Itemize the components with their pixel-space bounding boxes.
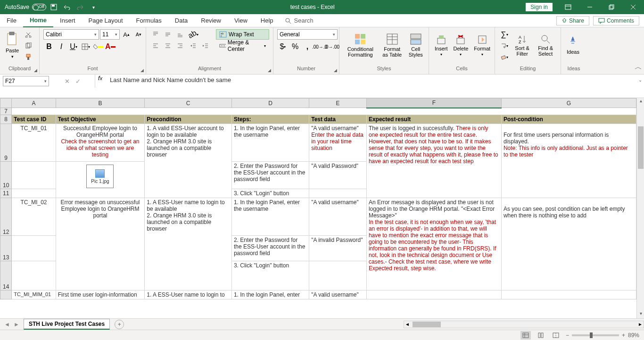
cell-c8[interactable]: Precondition — [145, 115, 232, 124]
cell-c15[interactable]: 1. A ESS-User name to login to — [145, 290, 232, 299]
row-header-13[interactable]: 13 — [0, 236, 12, 261]
hscroll-thumb[interactable] — [413, 322, 441, 327]
number-format-combo[interactable]: General▾ — [277, 29, 338, 40]
zoom-out-button[interactable]: − — [566, 332, 569, 339]
increase-decimal-button[interactable]: .00→.0 — [314, 41, 325, 52]
zoom-in-button[interactable]: + — [622, 332, 625, 339]
merge-center-button[interactable]: Merge & Center▾ — [216, 41, 269, 51]
format-cells-button[interactable]: Format▾ — [472, 29, 492, 61]
align-top-button[interactable] — [150, 29, 161, 40]
comments-button[interactable]: Comments — [593, 16, 639, 25]
tell-me-search[interactable]: Search — [285, 17, 314, 24]
tab-formulas[interactable]: Formulas — [130, 14, 168, 27]
format-painter-button[interactable] — [23, 52, 34, 62]
format-as-table-button[interactable]: Format as Table — [380, 29, 405, 61]
font-launcher[interactable]: ◢ — [140, 68, 144, 73]
enter-formula-icon[interactable]: ✓ — [75, 78, 81, 85]
clear-button[interactable]: ▾ — [499, 52, 510, 62]
tab-home[interactable]: Home — [23, 14, 53, 27]
name-box[interactable]: F27▾ — [3, 76, 49, 86]
cut-button[interactable] — [23, 29, 34, 40]
tab-help[interactable]: Help — [254, 14, 280, 27]
cell-a8[interactable]: Test case ID — [12, 115, 56, 124]
cell-d10[interactable]: 2. Enter the Password for the ESS-User a… — [231, 162, 309, 189]
borders-button[interactable]: ▾ — [80, 41, 91, 52]
scroll-down-icon[interactable]: ▾ — [637, 311, 644, 318]
cell-d8[interactable]: Steps: — [231, 115, 309, 124]
cell-a9[interactable]: TC_MI_01 — [12, 124, 56, 162]
ideas-button[interactable]: Ideas — [565, 29, 581, 61]
cell-g12[interactable]: As you can see, post condition can be le… — [501, 198, 636, 290]
cell-e10[interactable]: "A valid Password" — [309, 162, 367, 189]
find-select-button[interactable]: Find & Select — [534, 29, 557, 61]
cell-f15[interactable] — [366, 290, 501, 299]
zoom-level[interactable]: 89% — [628, 332, 639, 339]
tab-page-layout[interactable]: Page Layout — [82, 14, 130, 27]
close-button[interactable] — [622, 0, 644, 14]
font-name-combo[interactable]: Calibri▾ — [43, 29, 99, 40]
formula-input[interactable]: Last Name and Nick Name couldn't be same — [105, 75, 636, 85]
cell-d9[interactable]: 1. In the login Panel, enter the usernam… — [231, 124, 309, 162]
italic-button[interactable]: I — [56, 41, 67, 52]
comma-button[interactable]: , — [302, 41, 313, 52]
scroll-up-icon[interactable]: ▴ — [637, 98, 644, 106]
cell-b10[interactable]: Pic 1.jpg — [56, 162, 145, 198]
cell-b12[interactable]: Error message on unsuccessful Employee l… — [56, 198, 145, 290]
cell-d11[interactable]: 3. Click "Login" button — [231, 189, 309, 198]
copy-button[interactable] — [23, 41, 34, 51]
col-header-c[interactable]: C — [145, 99, 232, 108]
conditional-formatting-button[interactable]: Conditional Formatting — [343, 29, 378, 61]
cell-f9[interactable]: The user is logged in successfully. Ther… — [366, 124, 501, 198]
row-header-9[interactable]: 9 — [0, 124, 12, 162]
cell-a14[interactable] — [12, 261, 56, 290]
new-sheet-button[interactable]: + — [115, 320, 124, 329]
cell-e13[interactable]: "A invalid Password" — [309, 236, 367, 261]
collapse-ribbon-button[interactable]: ︿ — [633, 60, 644, 74]
cell-g9[interactable]: For first time users personal informatio… — [501, 124, 636, 198]
spreadsheet-grid[interactable]: A B C D E F G 7 8 Test case ID Test Obje… — [0, 98, 636, 318]
cell-a13[interactable] — [12, 236, 56, 261]
grow-font-button[interactable]: A▴ — [121, 29, 132, 40]
col-header-b[interactable]: B — [56, 99, 145, 108]
sheet-nav-first[interactable]: ◄ — [3, 321, 11, 328]
page-layout-view-button[interactable] — [536, 331, 546, 340]
cancel-formula-icon[interactable]: ✕ — [65, 78, 70, 85]
minimize-button[interactable] — [579, 0, 601, 14]
cell-e8[interactable]: Test data — [309, 115, 367, 124]
cell-a12[interactable]: TC_MI_02 — [12, 198, 56, 236]
fill-color-button[interactable] — [92, 41, 104, 52]
cell-f8[interactable]: Expected result — [366, 115, 501, 124]
wrap-text-button[interactable]: abcWrap Text — [216, 29, 269, 40]
horizontal-scrollbar[interactable]: ◄► — [404, 321, 644, 328]
row-header-15[interactable] — [0, 290, 12, 299]
cell-e14[interactable] — [309, 261, 367, 290]
cell-b8[interactable]: Test Objective — [56, 115, 145, 124]
sheet-tab-active[interactable]: STH Live Project Test Cases — [24, 319, 110, 330]
paste-button[interactable]: Paste ▾ — [4, 29, 21, 61]
embedded-picture[interactable]: Pic 1.jpg — [86, 165, 114, 188]
col-header-a[interactable]: A — [12, 99, 56, 108]
shrink-font-button[interactable]: A▾ — [133, 29, 144, 40]
row-header-7[interactable]: 7 — [0, 108, 12, 115]
sort-filter-button[interactable]: AZSort & Filter — [512, 29, 532, 61]
cell-a15[interactable]: TC_MI_MIM_01 — [12, 290, 56, 299]
increase-indent-button[interactable] — [200, 41, 211, 51]
ribbon-display-icon[interactable] — [557, 0, 579, 14]
page-break-view-button[interactable] — [551, 331, 561, 340]
cell-d13[interactable]: 2. Enter the Password for the ESS-User a… — [231, 236, 309, 261]
qat-customize[interactable]: ▾ — [88, 1, 99, 13]
share-button[interactable]: Share — [556, 16, 589, 25]
font-size-combo[interactable]: 11▾ — [100, 29, 120, 40]
cell-a11[interactable] — [12, 189, 56, 198]
delete-cells-button[interactable]: Delete▾ — [452, 29, 471, 61]
tab-view[interactable]: View — [228, 14, 254, 27]
row-header-8[interactable]: 8 — [0, 115, 12, 124]
cell-c12[interactable]: 1. A ESS-User name to login to be availa… — [145, 198, 232, 290]
vertical-scrollbar[interactable]: ▴ ▾ — [636, 98, 644, 318]
tab-insert[interactable]: Insert — [53, 14, 82, 27]
underline-button[interactable]: U▾ — [68, 41, 79, 52]
autosave-toggle[interactable]: AutoSave Off — [5, 4, 46, 10]
align-left-button[interactable] — [150, 41, 161, 51]
cell-e9[interactable]: "A valid username"Enter the actual data … — [309, 124, 367, 162]
align-right-button[interactable] — [174, 41, 186, 51]
